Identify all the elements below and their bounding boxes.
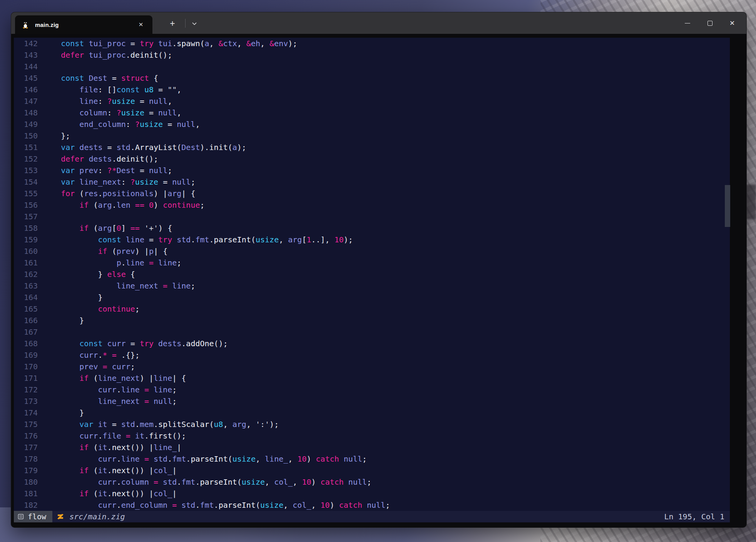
- line-number: 161: [14, 257, 38, 268]
- line-number: 157: [14, 211, 38, 222]
- line-number: 143: [14, 49, 38, 61]
- new-tab-button[interactable]: +: [166, 18, 179, 29]
- tab-close-icon[interactable]: ✕: [135, 19, 146, 30]
- code-line[interactable]: 172 curr.line = line;: [14, 384, 730, 395]
- code-line[interactable]: 159 const line = try std.fmt.parseInt(us…: [14, 234, 730, 245]
- code-text: line: ?usize = null,: [38, 95, 172, 107]
- line-number: 167: [14, 326, 38, 338]
- line-number: 177: [14, 442, 38, 453]
- code-line[interactable]: 146 file: []const u8 = "",: [14, 84, 730, 95]
- code-line[interactable]: 153 var prev: ?*Dest = null;: [14, 165, 730, 176]
- line-number: 180: [14, 476, 38, 488]
- code-line[interactable]: 180 curr.column = std.fmt.parseInt(usize…: [14, 476, 730, 488]
- code-text: };: [38, 130, 70, 142]
- code-line[interactable]: 174 }: [14, 407, 730, 419]
- code-text: curr.end_column = std.fmt.parseInt(usize…: [38, 499, 390, 511]
- code-text: var dests = std.ArrayList(Dest).init(a);: [38, 142, 246, 153]
- code-line[interactable]: 148 column: ?usize = null,: [14, 107, 730, 118]
- code-line[interactable]: 179 if (it.next()) |col_|: [14, 465, 730, 476]
- code-line[interactable]: 176 curr.file = it.first();: [14, 430, 730, 442]
- code-line[interactable]: 149 end_column: ?usize = null,: [14, 118, 730, 130]
- code-line[interactable]: 163 line_next = line;: [14, 280, 730, 292]
- code-text: const curr = try dests.addOne();: [38, 338, 228, 349]
- tab-main-zig[interactable]: main.zig ✕: [15, 15, 152, 34]
- code-text: var prev: ?*Dest = null;: [38, 165, 172, 176]
- code-line[interactable]: 168 const curr = try dests.addOne();: [14, 338, 730, 349]
- code-line[interactable]: 157: [14, 211, 730, 222]
- code-text: curr.line = std.fmt.parseInt(usize, line…: [38, 453, 367, 465]
- code-text: if (arg[0] == '+') {: [38, 222, 172, 234]
- line-number: 146: [14, 84, 38, 95]
- close-icon[interactable]: ✕: [721, 12, 743, 34]
- file-path: src/main.zig: [69, 511, 125, 522]
- code-line[interactable]: 142 const tui_proc = try tui.spawn(a, &c…: [14, 38, 730, 49]
- titlebar[interactable]: main.zig ✕ + ✕: [11, 12, 746, 34]
- mode-segment[interactable]: flow: [14, 511, 52, 522]
- code-line[interactable]: 147 line: ?usize = null,: [14, 95, 730, 107]
- line-number: 148: [14, 107, 38, 118]
- line-number: 179: [14, 465, 38, 476]
- line-number: 142: [14, 38, 38, 49]
- code-line[interactable]: 165 continue;: [14, 303, 730, 315]
- line-number: 170: [14, 361, 38, 372]
- code-line[interactable]: 143 defer tui_proc.deinit();: [14, 49, 730, 61]
- code-text: if (arg.len == 0) continue;: [38, 199, 205, 211]
- line-number: 173: [14, 395, 38, 407]
- code-text: for (res.positionals) |arg| {: [38, 188, 195, 199]
- code-text: curr.column = std.fmt.parseInt(usize, co…: [38, 476, 371, 488]
- code-line[interactable]: 156 if (arg.len == 0) continue;: [14, 199, 730, 211]
- code-area[interactable]: 142 const tui_proc = try tui.spawn(a, &c…: [14, 38, 730, 511]
- mode-label: flow: [28, 511, 46, 522]
- status-bar: flow src/main.zig Ln 195, Col 1: [14, 511, 730, 522]
- code-text: var it = std.mem.splitScalar(u8, arg, ':…: [38, 419, 279, 430]
- code-line[interactable]: 155 for (res.positionals) |arg| {: [14, 188, 730, 199]
- code-text: }: [38, 407, 84, 419]
- line-number: 165: [14, 303, 38, 315]
- code-text: line_next = line;: [38, 280, 195, 292]
- code-line[interactable]: 170 prev = curr;: [14, 361, 730, 372]
- line-number: 150: [14, 130, 38, 142]
- tux-penguin-icon: [21, 20, 30, 29]
- code-text: [38, 61, 42, 72]
- code-line[interactable]: 161 p.line = line;: [14, 257, 730, 268]
- code-line[interactable]: 154 var line_next: ?usize = null;: [14, 176, 730, 188]
- tab-dropdown-chevron-icon[interactable]: [188, 18, 201, 29]
- line-number: 156: [14, 199, 38, 211]
- code-line[interactable]: 151 var dests = std.ArrayList(Dest).init…: [14, 142, 730, 153]
- code-line[interactable]: 175 var it = std.mem.splitScalar(u8, arg…: [14, 419, 730, 430]
- line-number: 144: [14, 61, 38, 72]
- code-line[interactable]: 166 }: [14, 315, 730, 326]
- code-text: curr.* = .{};: [38, 349, 140, 361]
- buffer-icon: [18, 514, 24, 520]
- line-number: 172: [14, 384, 38, 395]
- code-line[interactable]: 167: [14, 326, 730, 338]
- code-line[interactable]: 164 }: [14, 292, 730, 303]
- code-text: p.line = line;: [38, 257, 181, 268]
- line-number: 178: [14, 453, 38, 465]
- code-line[interactable]: 169 curr.* = .{};: [14, 349, 730, 361]
- code-line[interactable]: 177 if (it.next()) |line_|: [14, 442, 730, 453]
- code-text: const line = try std.fmt.parseInt(usize,…: [38, 234, 353, 245]
- maximize-icon[interactable]: [699, 12, 721, 34]
- line-number: 166: [14, 315, 38, 326]
- code-line[interactable]: 150 };: [14, 130, 730, 142]
- line-number: 174: [14, 407, 38, 419]
- code-line[interactable]: 152 defer dests.deinit();: [14, 153, 730, 165]
- code-text: end_column: ?usize = null,: [38, 118, 200, 130]
- code-line[interactable]: 158 if (arg[0] == '+') {: [14, 222, 730, 234]
- code-line[interactable]: 162 } else {: [14, 268, 730, 280]
- code-line[interactable]: 181 if (it.next()) |col_|: [14, 488, 730, 499]
- code-line[interactable]: 182 curr.end_column = std.fmt.parseInt(u…: [14, 499, 730, 511]
- code-line[interactable]: 173 line_next = null;: [14, 395, 730, 407]
- code-line[interactable]: 160 if (prev) |p| {: [14, 245, 730, 257]
- terminal-content: 142 const tui_proc = try tui.spawn(a, &c…: [14, 38, 740, 522]
- code-line[interactable]: 144: [14, 61, 730, 72]
- code-text: var line_next: ?usize = null;: [38, 176, 195, 188]
- code-text: continue;: [38, 303, 140, 315]
- code-line[interactable]: 171 if (line_next) |line| {: [14, 372, 730, 384]
- code-line[interactable]: 178 curr.line = std.fmt.parseInt(usize, …: [14, 453, 730, 465]
- code-line[interactable]: 145 const Dest = struct {: [14, 72, 730, 84]
- line-number: 163: [14, 280, 38, 292]
- scrollbar-thumb[interactable]: [725, 185, 730, 227]
- minimize-icon[interactable]: [676, 12, 699, 34]
